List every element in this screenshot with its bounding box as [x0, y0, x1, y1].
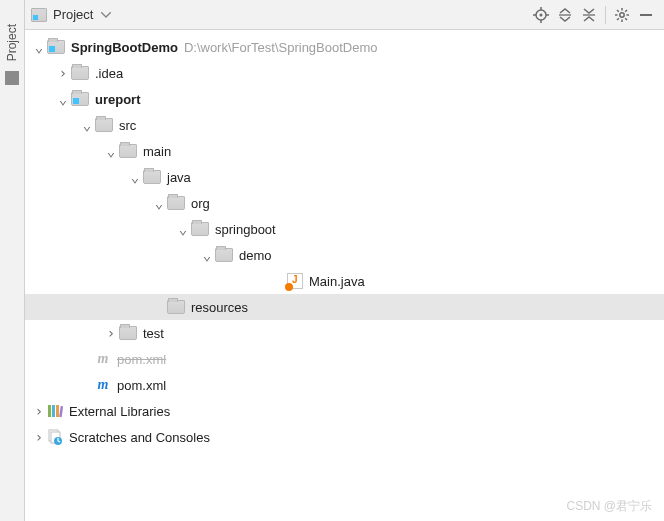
collapse-arrow-icon[interactable]: › — [55, 65, 71, 81]
tree-node-test[interactable]: › test — [25, 320, 664, 346]
maven-icon: m — [95, 351, 111, 367]
project-view-icon — [31, 8, 47, 22]
svg-rect-19 — [52, 405, 55, 417]
svg-line-14 — [625, 18, 627, 20]
locate-icon[interactable] — [529, 3, 553, 27]
gear-icon[interactable] — [610, 3, 634, 27]
node-label: ureport — [95, 92, 141, 107]
expand-arrow-icon[interactable]: ⌄ — [31, 39, 47, 55]
side-tab-handle — [5, 71, 19, 85]
svg-point-8 — [620, 12, 624, 16]
expand-arrow-icon[interactable]: ⌄ — [103, 143, 119, 159]
tree-node-pom-ignored[interactable]: m pom.xml — [25, 346, 664, 372]
scratches-icon — [47, 429, 63, 445]
node-path: D:\work\ForTest\SpringBootDemo — [184, 40, 378, 55]
expand-arrow-icon[interactable]: ⌄ — [79, 117, 95, 133]
node-label: pom.xml — [117, 378, 166, 393]
node-label: pom.xml — [117, 352, 166, 367]
expand-arrow-icon[interactable]: ⌄ — [151, 195, 167, 211]
side-tab-label: Project — [5, 20, 19, 65]
svg-point-1 — [540, 13, 543, 16]
project-dropdown[interactable]: Project — [53, 7, 93, 22]
tree-node-java[interactable]: ⌄ java — [25, 164, 664, 190]
svg-line-15 — [617, 18, 619, 20]
node-label: springboot — [215, 222, 276, 237]
tree-node-main[interactable]: ⌄ main — [25, 138, 664, 164]
tree-node-main-java[interactable]: Main.java — [25, 268, 664, 294]
expand-all-icon[interactable] — [553, 3, 577, 27]
tree-node-src[interactable]: ⌄ src — [25, 112, 664, 138]
library-icon — [47, 403, 63, 419]
node-label: resources — [191, 300, 248, 315]
node-label: Scratches and Consoles — [69, 430, 210, 445]
tree-node-ureport[interactable]: ⌄ ureport — [25, 86, 664, 112]
folder-icon — [191, 222, 209, 236]
chevron-down-icon[interactable] — [101, 12, 111, 18]
node-label: External Libraries — [69, 404, 170, 419]
collapse-arrow-icon[interactable]: › — [31, 429, 47, 445]
folder-icon — [143, 170, 161, 184]
collapse-arrow-icon[interactable]: › — [103, 325, 119, 341]
svg-line-13 — [617, 10, 619, 12]
svg-line-16 — [625, 10, 627, 12]
node-label: SpringBootDemo — [71, 40, 178, 55]
project-side-tab[interactable]: Project — [0, 0, 25, 521]
folder-icon — [119, 326, 137, 340]
module-icon — [47, 40, 65, 54]
svg-rect-21 — [59, 406, 63, 417]
expand-arrow-icon[interactable]: ⌄ — [127, 169, 143, 185]
project-toolbar: Project — [25, 0, 664, 30]
collapse-arrow-icon[interactable]: › — [31, 403, 47, 419]
expand-arrow-icon[interactable]: ⌄ — [175, 221, 191, 237]
tree-node-pom[interactable]: m pom.xml — [25, 372, 664, 398]
node-label: test — [143, 326, 164, 341]
expand-arrow-icon[interactable]: ⌄ — [199, 247, 215, 263]
tree-node-idea[interactable]: › .idea — [25, 60, 664, 86]
folder-icon — [167, 196, 185, 210]
folder-icon — [71, 66, 89, 80]
node-label: .idea — [95, 66, 123, 81]
node-label: org — [191, 196, 210, 211]
collapse-all-icon[interactable] — [577, 3, 601, 27]
tree-node-external-libs[interactable]: › External Libraries — [25, 398, 664, 424]
tree-node-springboot[interactable]: ⌄ springboot — [25, 216, 664, 242]
java-file-icon — [287, 273, 303, 289]
node-label: Main.java — [309, 274, 365, 289]
svg-rect-18 — [48, 405, 51, 417]
tree-node-scratches[interactable]: › Scratches and Consoles — [25, 424, 664, 450]
expand-arrow-icon[interactable]: ⌄ — [55, 91, 71, 107]
tree-node-resources[interactable]: resources — [25, 294, 664, 320]
tree-node-demo[interactable]: ⌄ demo — [25, 242, 664, 268]
folder-icon — [215, 248, 233, 262]
svg-rect-20 — [56, 405, 59, 417]
project-tree[interactable]: ⌄ SpringBootDemo D:\work\ForTest\SpringB… — [25, 30, 664, 521]
maven-icon: m — [95, 377, 111, 393]
node-label: src — [119, 118, 136, 133]
tree-node-org[interactable]: ⌄ org — [25, 190, 664, 216]
node-label: main — [143, 144, 171, 159]
folder-icon — [119, 144, 137, 158]
tree-node-root[interactable]: ⌄ SpringBootDemo D:\work\ForTest\SpringB… — [25, 34, 664, 60]
node-label: demo — [239, 248, 272, 263]
toolbar-separator — [605, 6, 606, 24]
folder-icon — [95, 118, 113, 132]
hide-icon[interactable] — [634, 3, 658, 27]
module-icon — [71, 92, 89, 106]
folder-icon — [167, 300, 185, 314]
node-label: java — [167, 170, 191, 185]
